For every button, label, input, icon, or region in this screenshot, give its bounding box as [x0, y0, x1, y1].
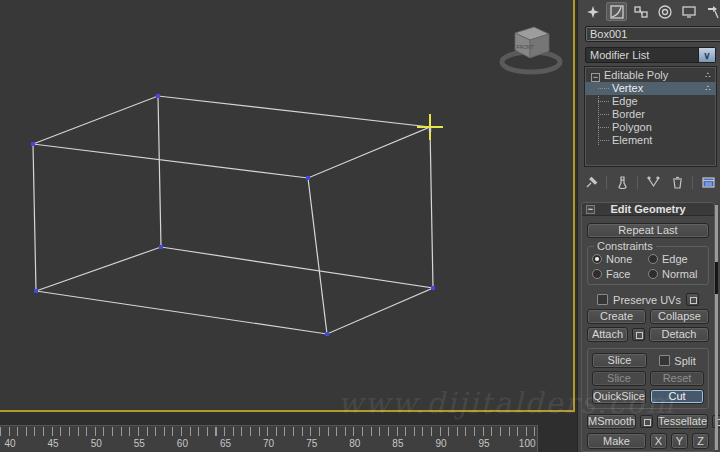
stack-item-label: Vertex [612, 82, 643, 94]
timeline-ticks [0, 427, 537, 436]
stack-item-element[interactable]: Element [585, 134, 716, 147]
radio-label: Face [606, 268, 630, 280]
application-window: FRONT www.dijitalders.com 40455055606570… [0, 0, 720, 452]
slice-button[interactable]: Slice [592, 371, 646, 386]
make-unique-icon [646, 175, 661, 190]
pin-stack-icon [584, 175, 599, 190]
tab-modify[interactable] [606, 2, 627, 21]
perspective-viewport[interactable]: FRONT [0, 0, 575, 412]
rollout-header[interactable]: − Edit Geometry [582, 203, 714, 216]
timeline-frame-label: 40 [0, 438, 21, 449]
modifier-stack-list[interactable]: −Editable Poly∴Vertex∴EdgeBorderPolygonE… [584, 66, 717, 167]
collapse-rollout-button[interactable]: − [586, 205, 595, 214]
tab-display[interactable] [678, 2, 699, 21]
make-planar-z-button[interactable]: Z [692, 433, 709, 449]
collapse-stack-icon[interactable]: − [591, 73, 600, 82]
stack-item-polygon[interactable]: Polygon [585, 121, 716, 134]
stack-item-label: Border [612, 108, 645, 120]
detach-button[interactable]: Detach [649, 327, 709, 342]
slice-plane-button[interactable]: Slice Plane [592, 353, 647, 368]
remove-modifier-icon [670, 175, 685, 190]
panel-scrollbar-thumb[interactable] [715, 262, 718, 294]
slice-group: Slice Plane Split Slice Reset Plane Quic… [587, 348, 709, 409]
split-label: Split [674, 355, 695, 367]
preserve-uvs-settings-button[interactable] [686, 293, 699, 306]
tab-hierarchy[interactable] [630, 2, 651, 21]
cut-button[interactable]: Cut [650, 389, 704, 404]
quickslice-button[interactable]: QuickSlice [592, 389, 646, 404]
modify-icon [609, 4, 625, 20]
constraint-face-radio[interactable]: Face [592, 268, 648, 280]
timeline-frame-label: 55 [128, 438, 150, 449]
stack-item-editable-poly[interactable]: −Editable Poly∴ [585, 69, 716, 82]
msmooth-button[interactable]: MSmooth [587, 414, 636, 429]
collapse-button[interactable]: Collapse [650, 309, 709, 324]
make-planar-button[interactable]: Make Planar [587, 433, 646, 449]
utilities-icon [705, 4, 720, 20]
stack-item-label: Editable Poly [604, 69, 668, 81]
subobject-active-indicator-icon: ∴ [705, 69, 712, 82]
radio-label: None [606, 253, 632, 265]
viewcube[interactable]: FRONT [495, 20, 567, 76]
edit-geometry-rollout: − Edit Geometry Repeat Last Constraints … [581, 202, 715, 452]
attach-settings-button[interactable] [632, 328, 645, 341]
timeline-frame-label: 85 [387, 438, 409, 449]
box-edges [33, 96, 433, 334]
radio-icon [648, 254, 658, 264]
constraint-none-radio[interactable]: None [592, 253, 648, 265]
command-panel-tabs [582, 1, 720, 22]
constraint-normal-radio[interactable]: Normal [648, 268, 704, 280]
configure-modifier-sets-button[interactable] [699, 173, 717, 191]
timeline-frame-label: 65 [215, 438, 237, 449]
timeline-frame-label: 75 [301, 438, 323, 449]
stack-item-vertex[interactable]: Vertex∴ [585, 82, 716, 95]
stack-item-border[interactable]: Border [585, 108, 716, 121]
show-end-result-icon [615, 175, 630, 190]
msmooth-settings-button[interactable] [640, 415, 653, 428]
chevron-down-icon[interactable]: ∨ [698, 48, 715, 62]
stack-item-label: Element [612, 134, 652, 146]
panel-scrollbar[interactable] [715, 205, 718, 450]
make-planar-x-button[interactable]: X [650, 433, 667, 449]
configure-modifier-sets-icon [701, 175, 716, 190]
modifier-list-label: Modifier List [586, 48, 698, 62]
tab-create[interactable] [582, 2, 603, 21]
radio-icon [592, 254, 602, 264]
make-unique-button[interactable] [644, 173, 662, 191]
attach-button[interactable]: Attach [587, 327, 628, 342]
stack-item-edge[interactable]: Edge [585, 95, 716, 108]
radio-icon [648, 269, 658, 279]
preserve-uvs-checkbox[interactable] [597, 294, 608, 305]
toolbar-separator [692, 176, 693, 189]
track-bar-area: 404550556065707580859095100 [0, 414, 576, 452]
timeline-frame-label: 100 [516, 438, 538, 449]
reset-plane-button[interactable]: Reset Plane [650, 371, 704, 386]
timeline-frame-label: 45 [42, 438, 64, 449]
show-end-result-button[interactable] [613, 173, 631, 191]
modifier-stack-toolbar [582, 171, 717, 193]
split-checkbox[interactable] [659, 355, 670, 366]
object-name-field[interactable] [585, 26, 720, 42]
preserve-uvs-label: Preserve UVs [613, 294, 681, 306]
timeline-ruler[interactable]: 404550556065707580859095100 [0, 425, 538, 452]
tab-utilities[interactable] [702, 2, 720, 21]
stack-item-label: Polygon [612, 121, 652, 133]
constraints-group: Constraints None Edge Face [587, 246, 709, 285]
stack-item-label: Edge [612, 95, 638, 107]
make-planar-y-button[interactable]: Y [671, 433, 688, 449]
tessellate-button[interactable]: Tessellate [657, 414, 708, 429]
pin-stack-button[interactable] [582, 173, 600, 191]
remove-modifier-button[interactable] [668, 173, 686, 191]
toolbar-separator [637, 176, 638, 189]
rollout-body: Repeat Last Constraints None Edge [582, 216, 714, 449]
constraint-edge-radio[interactable]: Edge [648, 253, 704, 265]
tab-motion[interactable] [654, 2, 675, 21]
timeline-frame-label: 95 [473, 438, 495, 449]
modifier-list-dropdown[interactable]: Modifier List ∨ [585, 47, 716, 63]
create-button[interactable]: Create [587, 309, 646, 324]
repeat-last-button[interactable]: Repeat Last [587, 223, 709, 238]
constraints-title: Constraints [594, 240, 656, 252]
object-name-row [585, 26, 716, 42]
create-icon [585, 4, 601, 20]
box-wireframe [0, 0, 573, 410]
